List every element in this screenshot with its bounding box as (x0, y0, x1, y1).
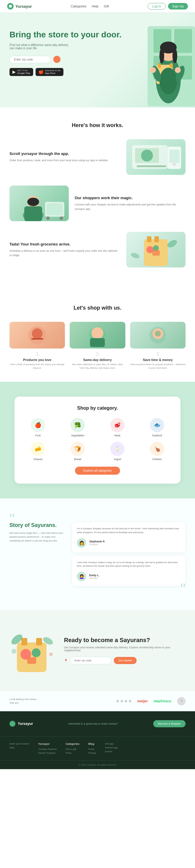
hero-zip-input[interactable] (9, 56, 51, 63)
footer-link-ios[interactable]: iOS app (105, 742, 118, 745)
cta-section: Ready to become a Sayurans? Get Yursayur… (0, 610, 195, 691)
footer-link-partner[interactable]: Partner Program (38, 752, 57, 754)
footer-link-express[interactable]: Yursayur Express (38, 748, 57, 750)
svg-rect-24 (169, 150, 180, 163)
cta-zip-input[interactable] (70, 657, 111, 664)
cat-item-chicken[interactable]: 🍗 Chicken (140, 442, 174, 461)
cat-icon-fruit: 🍎 (31, 418, 45, 432)
testimonial-1-role: Shopper (89, 543, 105, 546)
svg-point-60 (49, 652, 53, 656)
story-desc: We track every single item — and even le… (9, 531, 66, 542)
svg-point-0 (9, 5, 12, 8)
footer-top-inner: Yursayur Interested in a great way to ma… (9, 720, 186, 727)
footer-col-account: Enter your location Help (9, 742, 29, 755)
testimonial-2-author: 👩‍🦱 Emily L. Member (77, 572, 181, 581)
nav-link-gift[interactable]: Gift (104, 4, 109, 8)
footer-link-help[interactable]: Help (9, 746, 29, 749)
testimonial-1-name: Stephanie P. (89, 540, 105, 543)
svg-rect-47 (90, 338, 105, 347)
svg-point-18 (175, 67, 181, 73)
footer-link-gift[interactable]: Give a gift (66, 748, 79, 750)
category-card: Shop by category. 🍎 Fruit 🥦 Vegetables 🥩… (14, 397, 181, 484)
shop-card-3-desc: Find exclusive deals on popular products… (130, 363, 186, 370)
how-step-3: Tada! Your fresh groceries arrive. Sched… (9, 232, 186, 268)
svg-point-9 (159, 49, 164, 63)
how-step-1-text: Scroll yursayur through the app. Order f… (9, 151, 120, 162)
explore-categories-button[interactable]: Explore all categories (75, 467, 120, 475)
footer-main: Enter your location Help Yursayur Yursay… (0, 736, 195, 760)
how-step-3-desc: Schedule a delivery in as soon as one ho… (9, 249, 120, 257)
footer-logo-icon (9, 721, 15, 727)
login-button[interactable]: Log In (148, 3, 166, 9)
nav-link-help[interactable]: Help (92, 4, 99, 8)
google-play-text: GET IT ON Google Play (17, 69, 30, 75)
cat-icon-cheese: 🧀 (31, 442, 45, 456)
cat-item-seafood[interactable]: 🐟 Seafood (140, 418, 174, 437)
shop-card-1-image (9, 322, 65, 348)
hero-zip-button[interactable] (53, 56, 61, 63)
svg-rect-39 (152, 250, 160, 256)
svg-point-32 (60, 216, 63, 220)
svg-rect-56 (27, 657, 36, 664)
footer-link-location[interactable]: Enter your location (9, 742, 29, 745)
partners-section: Local delivery from stores near you meij… (0, 691, 195, 711)
svg-rect-13 (170, 63, 173, 68)
how-step-2-desc: Connect with your shopper via text to ma… (75, 203, 186, 211)
how-step-3-text: Tada! Your fresh groceries arrive. Sched… (9, 242, 120, 257)
testimonial-2: I love that Yursayur makes it easy for u… (72, 556, 186, 586)
cat-label-meat: Meat (100, 434, 135, 437)
navbar: Yursayur Categories Help Gift Log In Sig… (0, 0, 195, 12)
cta-zip-row: 📍 Get started (64, 657, 186, 664)
story-testimonials: I'm a Yursayur Shopper because it's the … (72, 522, 186, 586)
location-icon: 📍 (64, 659, 68, 662)
cat-item-fruit[interactable]: 🍎 Fruit (21, 418, 55, 437)
cat-label-veg: Vegetables (60, 434, 95, 437)
cat-item-cheese[interactable]: 🧀 Cheese (21, 442, 55, 461)
svg-point-21 (141, 150, 153, 161)
signup-button[interactable]: Sign Up (168, 3, 188, 9)
cat-icon-meat: 🥩 (110, 418, 124, 432)
svg-point-40 (166, 238, 178, 249)
svg-rect-33 (46, 203, 63, 215)
testimonial-1: I'm a Yursayur Shopper because it's the … (72, 522, 186, 553)
footer-link-privacy[interactable]: Privacy (88, 752, 96, 754)
cat-icon-veg: 🥦 (71, 418, 85, 432)
how-step-2-title: Our shoppers work their magic. (75, 196, 186, 200)
app-store-badge[interactable]: 🍎 Download on the App Store (36, 68, 64, 76)
partner-unknown: ? (177, 697, 186, 705)
shop-card-2-title: Same-day delivery (70, 358, 125, 362)
footer-logo: Yursayur (9, 721, 33, 727)
footer-col-categories: Categories Give a gift Press (66, 742, 79, 755)
cat-item-yogurt[interactable]: 🥛 Yogurt (100, 442, 135, 461)
footer-link-android[interactable]: Android app (105, 746, 118, 749)
category-grid: 🍎 Fruit 🥦 Vegetables 🥩 Meat 🐟 Seafood 🧀 … (21, 418, 174, 461)
footer-link-events[interactable]: Events (105, 750, 118, 753)
cta-image (9, 625, 57, 676)
hero-svg (130, 26, 195, 106)
svg-rect-52 (21, 638, 27, 645)
nav-link-categories[interactable]: Categories (71, 4, 86, 8)
how-step-2: Our shoppers work their magic. Connect w… (9, 186, 186, 221)
google-play-badge[interactable]: ▶ GET IT ON Google Play (9, 68, 33, 76)
shop-card-2-desc: We make deliveries in cities like LA, Mi… (70, 363, 125, 370)
dot-4 (129, 700, 131, 702)
cat-item-vegetables[interactable]: 🥦 Vegetables (60, 418, 95, 437)
cat-label-seafood: Seafood (140, 434, 174, 437)
footer-bottom: © 2019 Yursayur, all rights reserved. (0, 760, 195, 769)
google-play-icon: ▶ (12, 69, 16, 74)
cat-item-bread[interactable]: 🍞 Bread (60, 442, 95, 461)
how-it-works-section: Here's how it works. Scroll yursayur thr… (0, 107, 195, 293)
shop-card-2-num: 2 (70, 351, 125, 357)
footer-link-press2[interactable]: Press (88, 748, 96, 750)
how-step-1-desc: Order from produce, meat, and more from … (9, 158, 120, 162)
footer-link-press[interactable]: Press (66, 752, 79, 754)
footer-col-apps: iOS app Android app Events (105, 742, 118, 755)
partners-text: Local delivery from stores near you (9, 698, 39, 705)
how-step-1-title: Scroll yursayur through the app. (9, 151, 120, 156)
svg-point-10 (172, 49, 177, 63)
become-shopper-button[interactable]: Become a Shopper (153, 720, 186, 727)
cat-item-meat[interactable]: 🥩 Meat (100, 418, 135, 437)
hero-illustration (130, 26, 195, 107)
svg-point-17 (150, 67, 156, 73)
cta-get-started-button[interactable]: Get started (114, 657, 136, 664)
